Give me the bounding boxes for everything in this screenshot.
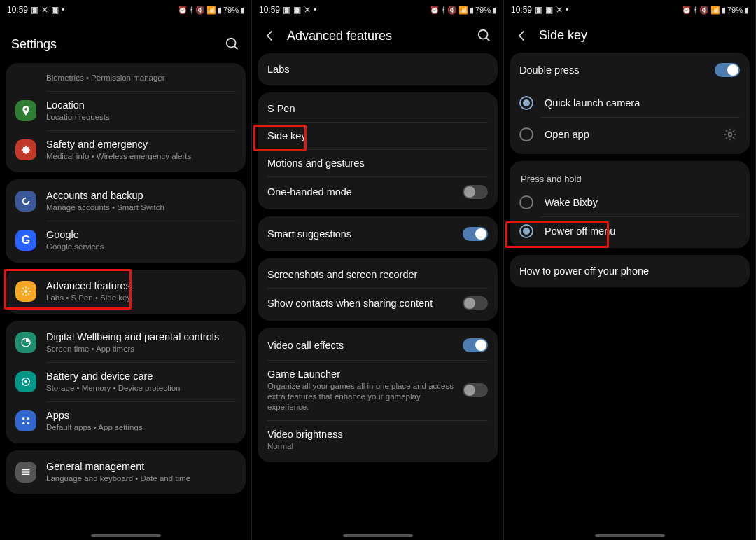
item-sub: Labs • S Pen • Side key [46,293,236,303]
instagram-icon: ▣ [51,5,59,15]
features-group: Smart suggestions [258,216,498,251]
bluetooth-icon: ᚼ [441,6,446,14]
settings-item-wellbeing[interactable]: Digital Wellbeing and parental controls … [6,324,246,362]
battery-icon: ▮ [240,6,244,15]
item-title: Battery and device care [46,371,236,382]
item-title: Video call effects [267,340,463,351]
nav-handle[interactable] [91,534,161,537]
item-sub: Manage accounts • Smart Switch [46,202,236,213]
radio-icon[interactable] [519,195,533,209]
settings-item-google[interactable]: G Google Google services [6,221,246,260]
search-button[interactable] [477,28,492,43]
settings-item-general[interactable]: General management Language and keyboard… [6,453,246,492]
nav-handle[interactable] [595,534,665,537]
settings-group: General management Language and keyboard… [6,450,246,494]
features-group: S Pen Side key Motions and gestures One-… [258,92,498,209]
item-sub: Language and keyboard • Date and time [46,473,236,484]
general-icon [15,462,36,483]
apps-icon [15,410,36,431]
settings-item-accounts[interactable]: Accounts and backup Manage accounts • Sm… [6,182,246,221]
safety-icon [15,139,36,160]
settings-group: Digital Wellbeing and parental controls … [6,321,246,443]
instagram-icon: ▣ [545,5,553,15]
battery-text: 79% [475,6,491,14]
search-button[interactable] [225,36,240,52]
radio-icon[interactable] [519,127,533,141]
wellbeing-icon [15,332,36,353]
item-how-to-power-off[interactable]: How to power off your phone [510,258,750,284]
item-show-contacts[interactable]: Show contacts when sharing content [258,289,498,318]
item-title: General management [46,461,236,472]
toggle-smart-suggestions[interactable] [463,227,488,241]
item-sub: Storage • Memory • Device protection [46,383,236,394]
features-group: Screenshots and screen recorder Show con… [258,258,498,321]
battery-icon: ▮ [492,6,496,15]
item-side-key[interactable]: Side key [258,123,498,149]
settings-group: Advanced features Labs • S Pen • Side ke… [6,270,246,314]
settings-item-biometrics[interactable]: Biometrics • Permission manager [6,66,246,91]
item-title: S Pen [267,103,488,114]
page-title: Advanced features [287,29,467,43]
battery-text: 79% [727,6,743,14]
shuffle-icon: ✕ [41,5,48,15]
svg-point-0 [227,39,236,48]
svg-point-15 [729,133,732,137]
svg-point-6 [22,417,24,420]
item-game-launcher[interactable]: Game Launcher Organize all your games al… [258,361,498,420]
item-title: Video brightness [267,429,488,440]
gear-icon[interactable] [720,125,740,144]
advanced-icon [15,281,36,302]
radio-open-app[interactable]: Open app [510,118,750,151]
toggle-video-call[interactable] [463,338,488,352]
radio-wake-bixby[interactable]: Wake Bixby [510,188,750,216]
wifi-icon: 📶 [206,6,216,15]
shuffle-icon: ✕ [304,5,311,15]
back-button[interactable] [515,29,529,43]
settings-item-safety[interactable]: Safety and emergency Medical info • Wire… [6,131,246,169]
toggle-one-handed[interactable] [463,185,488,199]
bluetooth-icon: ᚼ [693,6,698,14]
header: Settings [0,20,251,67]
page-title: Side key [539,28,744,43]
settings-item-battery[interactable]: Battery and device care Storage • Memory… [6,363,246,401]
double-press-toggle-row[interactable]: Double press [510,55,750,85]
instagram-icon: ▣ [293,5,301,15]
nav-handle[interactable] [343,534,413,537]
svg-rect-11 [22,471,30,472]
radio-power-off-menu[interactable]: Power off menu [510,217,750,245]
radio-icon[interactable] [519,224,533,238]
item-motions[interactable]: Motions and gestures [258,150,498,176]
item-labs[interactable]: Labs [258,56,498,83]
item-title: Show contacts when sharing content [267,298,463,309]
device-care-icon [15,371,36,392]
svg-point-7 [27,417,29,420]
double-press-group: Double press Quick launch camera Open ap… [510,53,750,154]
back-button[interactable] [263,29,277,43]
header: Side key [504,20,755,53]
item-one-handed[interactable]: One-handed mode [258,177,498,207]
settings-item-location[interactable]: Location Location requests [6,92,246,130]
item-video-brightness[interactable]: Video brightness Normal [258,421,498,459]
advanced-features-screen: 10:59 ▣ ▣ ✕ • ⏰ ᚼ 🔇 📶 ▮ 79% ▮ Advanced f… [252,0,504,540]
item-spen[interactable]: S Pen [258,95,498,122]
toggle-game-launcher[interactable] [463,383,488,397]
radio-quick-launch-camera[interactable]: Quick launch camera [510,89,750,117]
status-bar: 10:59 ▣ ✕ ▣ • ⏰ ᚼ 🔇 📶 ▮ 79% ▮ [0,0,251,20]
item-sub: Default apps • App settings [46,422,236,433]
settings-item-apps[interactable]: Apps Default apps • App settings [6,402,246,441]
item-smart-suggestions[interactable]: Smart suggestions [258,219,498,249]
option-label: Wake Bixby [545,197,740,208]
radio-icon[interactable] [519,96,533,110]
side-key-screen: 10:59 ▣ ▣ ✕ • ⏰ ᚼ 🔇 📶 ▮ 79% ▮ Side key D… [504,0,756,540]
toggle-double-press[interactable] [715,63,740,77]
item-screenshots[interactable]: Screenshots and screen recorder [258,261,498,288]
press-hold-group: Press and hold Wake Bixby Power off menu [510,161,750,248]
toggle-show-contacts[interactable] [463,296,488,310]
item-sub: Location requests [46,112,236,123]
page-title: Settings [11,37,215,52]
item-video-call[interactable]: Video call effects [258,331,498,360]
more-icon: • [566,5,568,15]
cloud-sync-icon [15,191,36,212]
instagram-icon: ▣ [31,5,38,15]
settings-item-advanced-features[interactable]: Advanced features Labs • S Pen • Side ke… [6,272,246,311]
